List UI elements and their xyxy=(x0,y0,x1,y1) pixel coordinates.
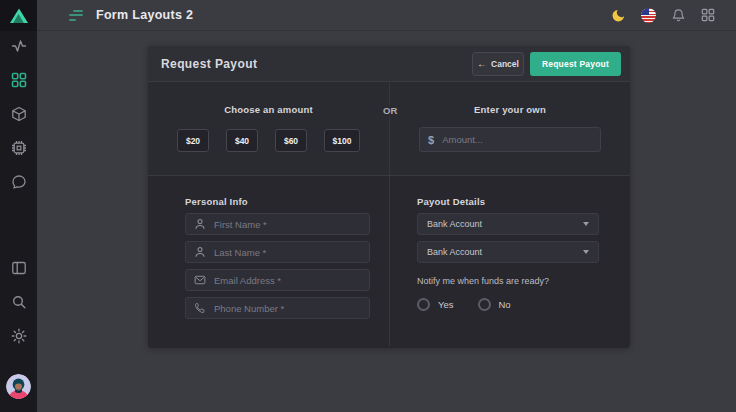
sidebar xyxy=(0,0,37,412)
email-field xyxy=(185,269,370,291)
user-avatar[interactable] xyxy=(6,374,31,399)
email-icon xyxy=(194,274,206,286)
email-input[interactable] xyxy=(214,275,361,286)
amount-100-button[interactable]: $100 xyxy=(324,129,360,152)
request-payout-card: Request Payout ← Cancel Request Payout C… xyxy=(148,46,630,348)
notify-question: Notify me when funds are ready? xyxy=(417,276,599,286)
sidebar-item-search[interactable] xyxy=(0,293,37,311)
details-section: Personal Info xyxy=(148,176,630,346)
radio-yes-label: Yes xyxy=(438,299,454,310)
last-name-field xyxy=(185,241,370,263)
sidebar-item-cpu[interactable] xyxy=(0,139,37,157)
phone-icon xyxy=(194,302,206,314)
app-root: Form Layouts 2 Request Payout xyxy=(0,0,736,412)
personal-info-heading: Personal Info xyxy=(185,196,369,207)
sidebar-toggle-menu-icon[interactable] xyxy=(69,10,83,21)
enter-your-own-heading: Enter your own xyxy=(474,104,546,115)
radio-no-label: No xyxy=(499,299,511,310)
phone-field xyxy=(185,297,370,319)
bank-account-select-2[interactable]: Bank Account xyxy=(417,241,599,263)
chevron-down-icon xyxy=(583,222,589,226)
app-logo[interactable] xyxy=(0,0,37,31)
bank-account-select-1[interactable]: Bank Account xyxy=(417,213,599,235)
custom-amount-column: Enter your own $ xyxy=(390,82,630,175)
chat-bubble-icon xyxy=(11,174,27,190)
preset-amounts-column: Choose an amount $20 $40 $60 $100 xyxy=(148,82,390,175)
amount-input[interactable] xyxy=(442,134,592,145)
search-icon xyxy=(11,294,27,310)
radio-circle-icon xyxy=(417,298,430,311)
us-flag-icon xyxy=(641,8,656,23)
apps-grid-icon[interactable] xyxy=(700,7,716,23)
choose-amount-heading: Choose an amount xyxy=(224,104,313,115)
select-value: Bank Account xyxy=(427,247,583,257)
payout-details-heading: Payout Details xyxy=(417,196,599,207)
language-flag-icon[interactable] xyxy=(640,7,656,23)
cancel-button-label: Cancel xyxy=(491,59,519,69)
sidebar-item-components[interactable] xyxy=(0,105,37,123)
cpu-chip-icon xyxy=(11,140,27,156)
sidebar-item-chat[interactable] xyxy=(0,173,37,191)
layout-panel-icon xyxy=(11,260,27,276)
last-name-input[interactable] xyxy=(214,247,361,258)
theme-moon-icon[interactable] xyxy=(610,7,626,23)
page-title: Form Layouts 2 xyxy=(96,8,193,22)
settings-gear-icon xyxy=(11,328,27,344)
radio-yes[interactable]: Yes xyxy=(417,298,454,311)
sidebar-item-activity[interactable] xyxy=(0,37,37,55)
grid-icon xyxy=(11,72,27,88)
amount-buttons: $20 $40 $60 $100 xyxy=(177,129,360,152)
amount-40-button[interactable]: $40 xyxy=(226,129,258,152)
sidebar-item-layout[interactable] xyxy=(0,259,37,277)
topbar-actions xyxy=(610,7,716,23)
cancel-button[interactable]: ← Cancel xyxy=(472,52,524,76)
personal-info-column: Personal Info xyxy=(148,176,390,346)
card-title: Request Payout xyxy=(161,57,472,71)
request-payout-button[interactable]: Request Payout xyxy=(530,52,621,76)
avatar-image xyxy=(6,374,31,399)
sidebar-item-forms[interactable] xyxy=(0,71,37,89)
or-divider-label: OR xyxy=(380,105,400,116)
first-name-field xyxy=(185,213,370,235)
topbar: Form Layouts 2 xyxy=(37,0,736,31)
radio-circle-icon xyxy=(478,298,491,311)
amount-60-button[interactable]: $60 xyxy=(275,129,307,152)
select-value: Bank Account xyxy=(427,219,583,229)
amount-section: Choose an amount $20 $40 $60 $100 OR Ent… xyxy=(148,82,630,176)
logo-triangle-icon xyxy=(9,7,29,25)
first-name-input[interactable] xyxy=(214,219,361,230)
cube-icon xyxy=(11,106,27,122)
sidebar-item-settings[interactable] xyxy=(0,327,37,345)
amount-20-button[interactable]: $20 xyxy=(177,129,209,152)
card-header: Request Payout ← Cancel Request Payout xyxy=(148,46,630,82)
custom-amount-field: $ xyxy=(419,127,601,152)
chevron-down-icon xyxy=(583,250,589,254)
radio-no[interactable]: No xyxy=(478,298,511,311)
phone-input[interactable] xyxy=(214,303,361,314)
person-icon xyxy=(194,218,206,230)
payout-details-column: Payout Details Bank Account Bank Account… xyxy=(390,176,632,346)
person-icon xyxy=(194,246,206,258)
notifications-bell-icon[interactable] xyxy=(670,7,686,23)
activity-icon xyxy=(11,38,27,54)
notify-radio-group: Yes No xyxy=(417,298,599,311)
back-arrow-icon: ← xyxy=(477,58,487,69)
dollar-icon: $ xyxy=(428,134,434,146)
